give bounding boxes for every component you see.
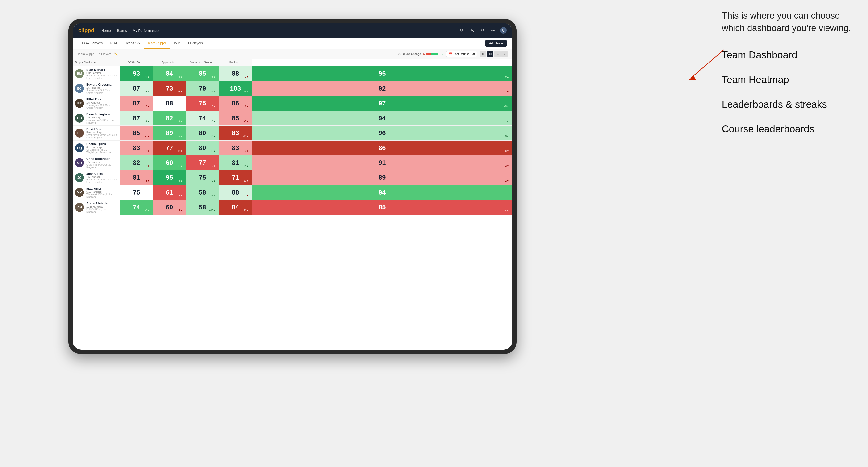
score-cell-off_tee: 60 +2▲ [153, 155, 186, 170]
player-handicap: 6-10 Handicap [86, 146, 118, 149]
player-avatar: CR [75, 158, 84, 167]
table-row[interactable]: CQ Charlie Quick 6-10 Handicap St. Georg… [73, 141, 512, 155]
player-info: Matt Miller 6-10 Handicap Woburn Golf Cl… [86, 187, 118, 198]
score-cell-around_green: 88 -2▼ [219, 185, 252, 200]
tab-pga[interactable]: PGA [106, 38, 121, 49]
nav-teams[interactable]: Teams [117, 28, 127, 33]
score-value: 79 [198, 85, 206, 92]
annotation-item-2: Team Heatmap [722, 73, 859, 86]
col-header-putting[interactable]: Putting — [219, 59, 252, 66]
search-icon[interactable] [459, 27, 465, 34]
score-value: 77 [198, 159, 206, 166]
score-cell-approach: 79 +9▲ [186, 81, 219, 96]
player-name[interactable]: Blair McHarg [86, 68, 118, 71]
player-name[interactable]: Charlie Quick [86, 142, 118, 146]
table-row[interactable]: AN Aaron Nicholls 11-15 Handicap Drift G… [73, 200, 512, 215]
svg-line-0 [691, 50, 724, 78]
grid-view-button[interactable]: ⊞ [480, 51, 486, 57]
edit-icon[interactable]: ✏️ [114, 52, 118, 56]
table-row[interactable]: MM Matt Miller 6-10 Handicap Woburn Golf… [73, 185, 512, 200]
player-club: Royal North Devon Golf Club, United King… [86, 178, 118, 184]
player-avatar: DB [75, 114, 84, 123]
score-cell-off_tee: 60 -1▼ [153, 200, 186, 215]
player-handicap: 1-5 Handicap [86, 176, 118, 178]
col-header-off-tee[interactable]: Off the Tee — [120, 59, 153, 66]
heatmap-view-button[interactable]: ▦ [487, 51, 493, 57]
col-header-approach[interactable]: Approach — [153, 59, 186, 66]
tab-tour[interactable]: Tour [169, 38, 184, 49]
score-value: 80 [198, 144, 206, 152]
table-row[interactable]: DB Dave Billingham 1-5 Handicap Gog Mago… [73, 111, 512, 126]
table-row[interactable]: DF David Ford Plus Handicap Royal North … [73, 126, 512, 141]
score-change: +8▲ [145, 209, 150, 212]
score-box: 85 -3▼ [219, 111, 252, 125]
score-box: 82 -3▼ [120, 155, 153, 170]
add-team-button[interactable]: Add Team [486, 40, 507, 47]
annotation-panel: This is where you can choose which dashb… [722, 9, 859, 148]
player-name[interactable]: Edward Crossman [86, 83, 118, 86]
score-box: 92 -3▼ [252, 81, 512, 96]
player-name[interactable]: Josh Coles [86, 172, 118, 176]
score-box: 60 +2▲ [153, 155, 186, 170]
score-value: 85 [378, 204, 385, 211]
score-cell-off_tee: 95 +8▲ [153, 170, 186, 185]
profile-icon[interactable] [469, 27, 475, 34]
col-header-player[interactable]: Player Quality ▼ [73, 59, 120, 66]
table-row[interactable]: JC Josh Coles 1-5 Handicap Royal North D… [73, 170, 512, 185]
list-view-button[interactable]: ☰ [494, 51, 500, 57]
player-avatar: BM [75, 69, 84, 78]
score-change: +9▲ [211, 90, 216, 93]
score-box: 87 +1▲ [120, 81, 153, 96]
score-cell-around_green: 83 -6▼ [219, 141, 252, 155]
tab-all-players[interactable]: All Players [184, 38, 207, 49]
score-change: +6▲ [178, 75, 183, 78]
score-change: -6▼ [244, 150, 249, 152]
tab-hcaps[interactable]: Hcaps 1-5 [121, 38, 144, 49]
user-avatar[interactable]: U [500, 27, 507, 34]
score-change: -2▼ [244, 194, 249, 197]
download-button[interactable]: ↓ [501, 51, 507, 57]
score-cell-quality: 75 [120, 185, 153, 200]
player-info: Elliot Ebert 1-5 Handicap Sunningdale Go… [86, 98, 118, 109]
last-rounds-button[interactable]: 📅 Last Rounds: 20 [446, 51, 477, 57]
score-cell-putting: 97 +5▲ [252, 96, 512, 111]
player-club: Royal North Devon Golf Club, United King… [86, 74, 118, 80]
score-box: 88 [153, 96, 186, 111]
nav-home[interactable]: Home [101, 28, 111, 33]
table-header-row: Player Quality ▼ Off the Tee — Approach … [73, 59, 512, 66]
player-name[interactable]: Elliot Ebert [86, 98, 118, 101]
score-cell-off_tee: 73 -11▼ [153, 81, 186, 96]
table-row[interactable]: BM Blair McHarg Plus Handicap Royal Nort… [73, 66, 512, 81]
svg-point-6 [493, 30, 494, 31]
player-handicap: Plus Handicap [86, 131, 118, 134]
tab-team-clippd[interactable]: Team Clippd [144, 38, 169, 49]
player-cell: CQ Charlie Quick 6-10 Handicap St. Georg… [73, 141, 120, 155]
bell-icon[interactable] [479, 27, 486, 34]
score-box: 103 +15▲ [219, 81, 252, 96]
settings-icon[interactable] [490, 27, 496, 34]
calendar-icon: 📅 [448, 52, 452, 56]
score-cell-off_tee: 84 +6▲ [153, 66, 186, 81]
score-box: 74 +1▲ [186, 111, 219, 125]
score-value: 92 [378, 85, 385, 92]
score-value: 94 [378, 189, 385, 196]
score-box: 96 +3▲ [252, 126, 512, 140]
score-value: 95 [378, 70, 385, 77]
col-header-around-green[interactable]: Around the Green — [186, 59, 219, 66]
player-name[interactable]: David Ford [86, 127, 118, 131]
score-box: 87 -3▼ [120, 96, 153, 111]
tab-pgat-players[interactable]: PGAT Players [78, 38, 106, 49]
player-name[interactable]: Chris Robertson [86, 157, 118, 161]
player-name[interactable]: Aaron Nicholls [86, 201, 118, 205]
table-row[interactable]: EE Elliot Ebert 1-5 Handicap Sunningdale… [73, 96, 512, 111]
player-name[interactable]: Matt Miller [86, 187, 118, 190]
nav-my-performance[interactable]: My Performance [132, 28, 158, 33]
tablet-frame: clippd Home Teams My Performance [68, 19, 517, 354]
team-header-controls: 20 Round Change -5 +5 📅 Last Rounds: 20 … [398, 51, 507, 57]
score-cell-quality: 82 -3▼ [120, 155, 153, 170]
table-row[interactable]: CR Chris Robertson 1-5 Handicap Craigmil… [73, 155, 512, 170]
score-change: +4▲ [145, 75, 150, 78]
annotation-item-3: Leaderboards & streaks [722, 98, 859, 111]
player-name[interactable]: Dave Billingham [86, 113, 118, 116]
table-row[interactable]: EC Edward Crossman 1-5 Handicap Sunningd… [73, 81, 512, 96]
